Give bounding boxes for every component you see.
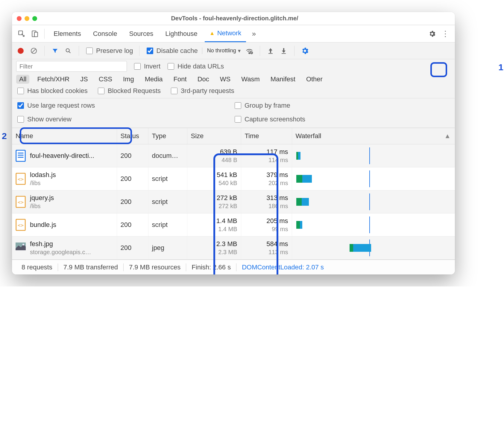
settings-gear-icon[interactable]: [427, 28, 438, 39]
status-cell: 200: [117, 237, 148, 260]
type-filter-chips: All Fetch/XHR JS CSS Img Media Font Doc …: [16, 75, 451, 84]
network-settings-panel: Use large request rows Group by frame Sh…: [12, 98, 455, 128]
warning-icon: ▲: [210, 30, 215, 36]
svg-rect-12: [18, 157, 24, 158]
waterfall-cell: [296, 193, 452, 210]
clear-icon[interactable]: [29, 46, 38, 55]
inspect-element-icon[interactable]: [16, 28, 27, 39]
network-table: Name Status Type Size Time Waterfall▲ fo…: [12, 128, 455, 260]
type-cell: script: [148, 213, 187, 237]
third-party-checkbox[interactable]: 3rd-party requests: [170, 87, 234, 95]
more-tabs-icon[interactable]: »: [248, 28, 259, 39]
size-transfer: 541 kB: [191, 171, 237, 179]
table-row[interactable]: foul-heavenly-directi... 200 docum… 639 …: [12, 144, 455, 167]
minimize-window[interactable]: [25, 16, 29, 21]
size-resource: 1.4 MB: [191, 225, 237, 233]
chevron-down-icon: ▾: [238, 48, 241, 54]
network-conditions-icon[interactable]: [245, 46, 254, 55]
network-toolbar: Preserve log Disable cache No throttling…: [12, 42, 455, 59]
chip-all[interactable]: All: [16, 75, 29, 84]
filter-icon[interactable]: [51, 46, 60, 55]
svg-rect-10: [18, 152, 24, 153]
chip-js[interactable]: JS: [77, 75, 91, 84]
time-total: 117 ms: [245, 148, 288, 156]
doc-file-icon: [16, 150, 26, 162]
status-transferred: 7.9 MB transferred: [58, 263, 124, 271]
chip-fetch-xhr[interactable]: Fetch/XHR: [34, 75, 72, 84]
chip-img[interactable]: Img: [120, 75, 137, 84]
maximize-window[interactable]: [32, 16, 37, 21]
kebab-menu-icon[interactable]: ⋮: [440, 28, 451, 39]
table-row[interactable]: <> bundle.js 200 script 1.4 MB1.4 MB 205…: [12, 213, 455, 237]
col-time[interactable]: Time: [241, 128, 292, 144]
chip-wasm[interactable]: Wasm: [238, 75, 263, 84]
search-icon[interactable]: [64, 46, 73, 55]
request-path: /libs: [30, 179, 56, 187]
blocked-requests-checkbox[interactable]: Blocked Requests: [97, 87, 161, 95]
window-controls: [17, 16, 37, 21]
chip-ws[interactable]: WS: [217, 75, 233, 84]
request-name: jquery.js: [30, 194, 54, 202]
waterfall-cell: [296, 216, 452, 233]
svg-point-5: [249, 52, 250, 53]
tab-console[interactable]: Console: [88, 25, 122, 42]
tab-network[interactable]: ▲ Network: [205, 25, 246, 42]
table-row[interactable]: fesh.jpgstorage.googleapis.c… 200 jpeg 2…: [12, 237, 455, 260]
svg-text:<>: <>: [18, 199, 24, 205]
table-row[interactable]: <> lodash.js/libs 200 script 541 kB540 k…: [12, 167, 455, 190]
chip-media[interactable]: Media: [142, 75, 166, 84]
chip-manifest[interactable]: Manifest: [268, 75, 298, 84]
chip-other[interactable]: Other: [303, 75, 326, 84]
throttling-select[interactable]: No throttling ▾: [202, 48, 241, 54]
large-request-rows-checkbox[interactable]: Use large request rows: [16, 101, 233, 110]
capture-screenshots-checkbox[interactable]: Capture screenshots: [233, 115, 451, 123]
chip-css[interactable]: CSS: [96, 75, 115, 84]
image-file-icon: [16, 242, 26, 254]
col-status[interactable]: Status: [117, 128, 148, 144]
waterfall-cell: [296, 240, 452, 256]
col-name[interactable]: Name: [12, 128, 117, 144]
svg-point-4: [66, 48, 69, 52]
hide-data-urls-checkbox[interactable]: Hide data URLs: [166, 62, 224, 71]
tab-elements[interactable]: Elements: [49, 25, 86, 42]
waterfall-cell: [296, 170, 452, 187]
devtools-window: DevTools - foul-heavenly-direction.glitc…: [12, 12, 455, 274]
time-latency: 114 ms: [245, 156, 288, 164]
request-name: foul-heavenly-directi...: [30, 152, 94, 160]
svg-rect-8: [282, 53, 286, 54]
col-type[interactable]: Type: [148, 128, 187, 144]
group-by-frame-checkbox[interactable]: Group by frame: [233, 101, 451, 110]
table-header-row: Name Status Type Size Time Waterfall▲: [12, 128, 455, 144]
close-window[interactable]: [17, 16, 22, 21]
chip-doc[interactable]: Doc: [195, 75, 212, 84]
device-toggle-icon[interactable]: [29, 28, 40, 39]
status-dcl: DOMContentLoaded: 2.07 s: [236, 263, 329, 271]
svg-rect-9: [16, 150, 25, 161]
disable-cache-checkbox[interactable]: Disable cache: [145, 47, 198, 55]
tab-sources[interactable]: Sources: [124, 25, 158, 42]
invert-checkbox[interactable]: Invert: [133, 62, 160, 71]
size-transfer: 272 kB: [191, 194, 237, 202]
network-settings-gear-icon[interactable]: [300, 46, 309, 55]
upload-har-icon[interactable]: [266, 46, 275, 55]
status-finish: Finish: 2.66 s: [186, 263, 236, 271]
download-har-icon[interactable]: [279, 46, 288, 55]
time-latency: 113 ms: [245, 248, 288, 256]
script-file-icon: <>: [16, 196, 26, 208]
preserve-log-checkbox[interactable]: Preserve log: [85, 47, 133, 55]
titlebar: DevTools - foul-heavenly-direction.glitc…: [12, 12, 455, 25]
sort-indicator-icon: ▲: [444, 132, 451, 140]
size-resource: 272 kB: [191, 202, 237, 210]
record-button[interactable]: [16, 46, 25, 55]
col-waterfall[interactable]: Waterfall▲: [292, 128, 455, 144]
table-row[interactable]: <> jquery.js/libs 200 script 272 kB272 k…: [12, 190, 455, 213]
chip-font[interactable]: Font: [171, 75, 190, 84]
col-size[interactable]: Size: [187, 128, 241, 144]
svg-point-20: [22, 244, 24, 245]
filter-input[interactable]: [16, 61, 127, 72]
tab-lighthouse[interactable]: Lighthouse: [160, 25, 202, 42]
blocked-cookies-checkbox[interactable]: Has blocked cookies: [16, 87, 88, 95]
status-cell: 200: [117, 190, 148, 213]
show-overview-checkbox[interactable]: Show overview: [16, 115, 233, 123]
filter-section: Invert Hide data URLs All Fetch/XHR JS C…: [12, 59, 455, 98]
